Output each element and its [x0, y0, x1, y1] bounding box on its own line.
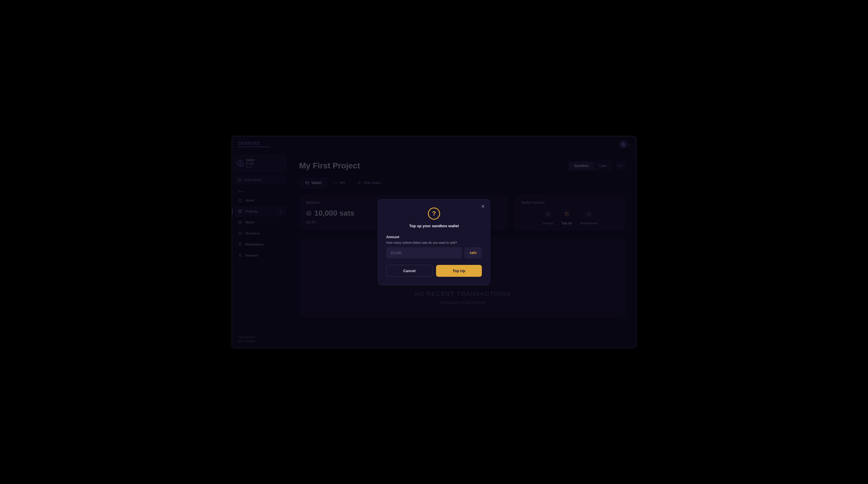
question-circle-icon: ?: [428, 207, 440, 220]
topup-modal: ? Top up your sandbox wallet Amount How …: [378, 199, 490, 285]
amount-hint: How many zebnet (fake) sats do you want …: [386, 241, 482, 244]
amount-label: Amount: [386, 235, 482, 239]
cancel-button[interactable]: Cancel: [386, 265, 433, 277]
modal-buttons: Cancel Top Up: [386, 265, 482, 277]
close-icon: [481, 204, 485, 208]
confirm-button[interactable]: Top Up: [436, 265, 482, 277]
modal-overlay[interactable]: ? Top up your sandbox wallet Amount How …: [232, 136, 636, 348]
modal-title: Top up your sandbox wallet: [386, 224, 482, 228]
app-window: ZEBEDEE DEVELOPER DASHBOARD A ▾ ₿ Wallet…: [231, 136, 637, 348]
amount-input[interactable]: [386, 247, 462, 259]
close-button[interactable]: [480, 203, 486, 209]
input-row: sats: [386, 247, 482, 259]
unit-label: sats: [464, 247, 482, 259]
